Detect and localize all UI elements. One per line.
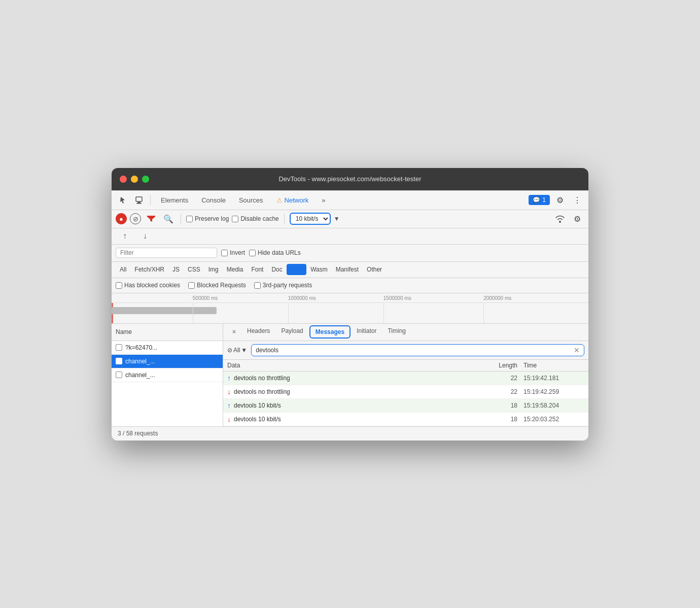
detail-tab-payload[interactable]: Payload [276, 325, 308, 339]
detail-tab-messages[interactable]: Messages [309, 325, 351, 339]
tl-guide-2 [288, 303, 289, 324]
chat-button[interactable]: 💬 1 [529, 195, 550, 205]
disable-cache-label[interactable]: Disable cache [232, 215, 278, 222]
msg-row-0[interactable]: ↑ devtools no throttling 22 15:19:42.181 [223, 371, 588, 385]
third-party-label[interactable]: 3rd-party requests [254, 282, 312, 289]
tab-sources[interactable]: Sources [233, 194, 269, 206]
file-checkbox-2[interactable] [116, 371, 122, 378]
timeline-bar-area[interactable] [112, 302, 588, 324]
third-party-checkbox[interactable] [254, 282, 261, 289]
msg-search-text: devtools [256, 347, 278, 354]
msg-row-3[interactable]: ↓ devtools 10 kbit/s 18 15:20:03.252 [223, 413, 588, 426]
type-filter-css[interactable]: CSS [184, 265, 204, 274]
msg-time-1: 15:19:42.259 [523, 388, 584, 395]
blocked-requests-checkbox[interactable] [188, 282, 195, 289]
status-text: 3 / 58 requests [118, 430, 158, 437]
tab-list: Elements Console Sources ⚠ Network » [155, 194, 527, 206]
status-bar: 3 / 58 requests [112, 426, 588, 441]
more-icon-btn[interactable]: ⋮ [570, 193, 584, 207]
msg-arrow-2: ↑ [227, 401, 231, 410]
type-filter-js[interactable]: JS [168, 265, 184, 274]
type-filter-font[interactable]: Font [247, 265, 267, 274]
tl-guide-1 [193, 303, 193, 324]
msg-data-2: devtools 10 kbit/s [234, 402, 483, 409]
msg-length-3: 18 [483, 416, 523, 423]
msg-time-3: 15:20:03.252 [523, 416, 584, 423]
tab-network[interactable]: ⚠ Network [270, 194, 315, 206]
file-name-2: channel_... [125, 371, 155, 379]
tab-console[interactable]: Console [195, 194, 232, 206]
msg-search-box[interactable]: devtools ✕ [251, 344, 584, 356]
type-filter-all[interactable]: All [116, 265, 130, 274]
file-item-2[interactable]: channel_... [112, 368, 223, 382]
msg-rows: ↑ devtools no throttling 22 15:19:42.181… [223, 371, 588, 426]
preserve-log-checkbox[interactable] [186, 216, 193, 222]
file-item-1[interactable]: channel_... [112, 355, 223, 368]
maximize-button[interactable] [142, 176, 149, 183]
record-button[interactable]: ● [116, 213, 127, 224]
cursor-icon-btn[interactable] [116, 193, 130, 207]
type-filter-other[interactable]: Other [363, 265, 386, 274]
msg-table-header: Data Length Time [223, 360, 588, 371]
hide-data-urls-checkbox[interactable] [249, 250, 256, 256]
detail-tab-timing[interactable]: Timing [382, 325, 411, 339]
invert-checkbox[interactable] [221, 250, 228, 256]
network-settings-btn[interactable]: ⚙ [570, 212, 584, 226]
type-filter-fetch/xhr[interactable]: Fetch/XHR [130, 265, 168, 274]
blocked-cookies-label[interactable]: Has blocked cookies [116, 282, 180, 289]
msg-search-clear[interactable]: ✕ [574, 346, 580, 354]
sep2 [181, 214, 181, 224]
timeline-labels: 500000 ms1000000 ms1500000 ms2000000 ms [112, 293, 588, 302]
type-filter-img[interactable]: Img [204, 265, 223, 274]
msg-time-0: 15:19:42.181 [523, 375, 584, 382]
warning-icon: ⚠ [276, 196, 283, 204]
msg-arrow-1: ↓ [227, 388, 231, 396]
preserve-log-label[interactable]: Preserve log [186, 215, 229, 222]
msg-filter-select[interactable]: ⊘ All ▼ [227, 347, 247, 354]
type-filter-manifest[interactable]: Manifest [332, 265, 363, 274]
filter-dropdown-arrow: ▼ [241, 347, 247, 354]
minimize-button[interactable] [131, 176, 138, 183]
timeline-area: 500000 ms1000000 ms1500000 ms2000000 ms [112, 293, 588, 324]
blocked-cookies-checkbox[interactable] [116, 282, 122, 289]
disable-cache-checkbox[interactable] [232, 216, 238, 222]
type-filter-row: AllFetch/XHRJSCSSImgMediaFontDocWSWasmMa… [112, 262, 588, 278]
tab-elements[interactable]: Elements [155, 194, 194, 206]
type-filter-ws[interactable]: WS [287, 264, 306, 275]
search-icon-btn[interactable]: 🔍 [161, 212, 176, 226]
download-btn[interactable]: ↓ [138, 229, 152, 243]
throttle-dropdown[interactable]: ▼ [334, 215, 340, 222]
file-item-0[interactable]: ?k=62470... [112, 341, 223, 355]
msg-row-1[interactable]: ↓ devtools no throttling 22 15:19:42.259 [223, 385, 588, 399]
tl-progress-bar [112, 307, 217, 314]
type-filter-media[interactable]: Media [223, 265, 248, 274]
throttle-select[interactable]: 10 kbit/s [290, 213, 331, 225]
col-length-header: Length [483, 362, 523, 369]
msg-row-2[interactable]: ↑ devtools 10 kbit/s 18 15:19:58.204 [223, 399, 588, 413]
type-filter-wasm[interactable]: Wasm [306, 265, 332, 274]
upload-btn[interactable]: ↑ [118, 229, 132, 243]
detail-tab-headers[interactable]: Headers [242, 325, 275, 339]
type-filter-doc[interactable]: Doc [267, 265, 286, 274]
svg-rect-1 [137, 202, 141, 203]
blocked-requests-label[interactable]: Blocked Requests [188, 282, 246, 289]
hide-data-urls-label[interactable]: Hide data URLs [249, 249, 301, 256]
file-name-1: channel_... [125, 358, 155, 365]
msg-length-0: 22 [483, 375, 523, 382]
tab-more[interactable]: » [316, 194, 331, 206]
download-icon: ↓ [143, 231, 147, 241]
file-checkbox-1[interactable] [116, 358, 122, 364]
settings-icon-btn[interactable]: ⚙ [553, 193, 567, 207]
filter-input[interactable] [116, 248, 217, 258]
clear-button[interactable]: ⊘ [130, 213, 141, 224]
file-checkbox-0[interactable] [116, 344, 122, 351]
wifi-icon-btn[interactable] [553, 212, 567, 226]
detail-tab-close[interactable]: × [227, 326, 241, 337]
chat-badge: 1 [542, 196, 546, 204]
close-button[interactable] [120, 176, 127, 183]
detail-tab-initiator[interactable]: Initiator [352, 325, 381, 339]
filter-icon-btn[interactable] [144, 212, 158, 226]
invert-label[interactable]: Invert [221, 249, 245, 256]
inspect-icon-btn[interactable] [132, 193, 146, 207]
tl-label-1: 1000000 ms [288, 295, 316, 301]
